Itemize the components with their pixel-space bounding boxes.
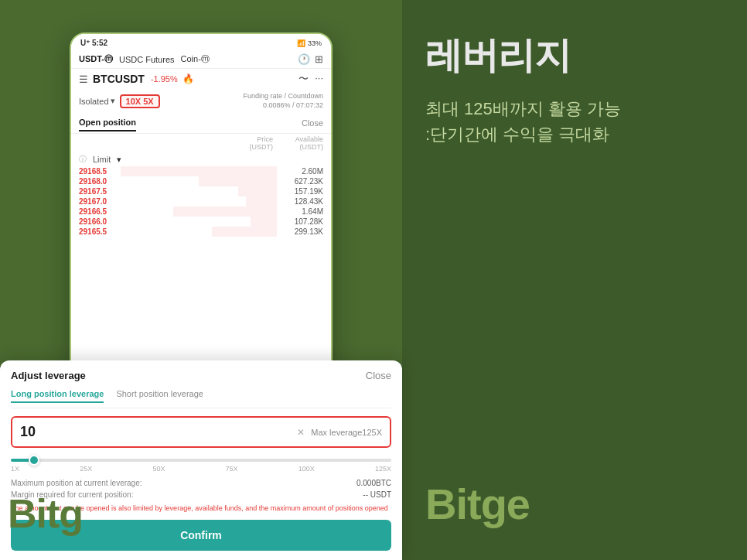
ob-row-ask-4: 29166.5 1.64M	[71, 207, 331, 217]
isolated-label: Isolated	[79, 97, 109, 106]
order-dropdown-icon[interactable]: ▾	[117, 155, 121, 165]
orderbook-asks: 29168.5 2.60M 29168.0 627.23K 29167.5 15…	[71, 166, 331, 370]
max-leverage-label: Max leverage125X	[311, 428, 333, 437]
pair-change: -1.95%	[151, 74, 178, 84]
ob-row-ask-0: 29168.5 2.60M	[71, 166, 331, 176]
modal-tabs: Long position leverage Short position le…	[70, 389, 333, 408]
ob-row-ask-2: 29167.5 157.19K	[71, 186, 331, 196]
status-bar: U⁺ 5:52 📶 33%	[71, 34, 331, 50]
avail-col-header: Available(USDT)	[281, 135, 323, 151]
slider-label-75x: 75X	[226, 465, 238, 473]
right-title: 레버리지	[425, 31, 571, 80]
price-header: Price(USDT) Available(USDT)	[71, 134, 331, 152]
tab-close[interactable]: Close	[302, 118, 323, 128]
right-panel: 레버리지 최대 125배까지 활용 가능 :단기간에 수익을 극대화 Bitge	[402, 0, 747, 560]
ob-row-ask-3: 29167.0 128.43K	[71, 196, 331, 207]
slider-labels: 1X 25X 50X 75X 100X 125X	[70, 465, 333, 473]
nav-coin[interactable]: Coin-ⓜ	[181, 53, 210, 65]
pair-name[interactable]: BTCUSDT	[93, 73, 145, 85]
order-type-label[interactable]: Limit	[93, 155, 111, 164]
ob-row-ask-5: 29166.0 107.28K	[71, 217, 331, 227]
status-time: U⁺ 5:52	[80, 39, 107, 47]
leverage-badge[interactable]: 10X 5X	[120, 94, 160, 108]
slider-label-100x: 100X	[298, 465, 315, 473]
leverage-slider[interactable]: 1X 25X 50X 75X 100X 125X	[70, 456, 333, 474]
left-logo: Bitg	[8, 490, 83, 537]
pair-actions: 〜 ···	[298, 72, 323, 86]
warning-text: The amount that can be opened is also li…	[70, 504, 333, 514]
left-panel: U⁺ 5:52 📶 33% USDT-ⓜ USDC Futures Coin-ⓜ…	[0, 0, 402, 560]
funding-info: Funding rate / Countdown 0.0086% / 07:07…	[243, 92, 323, 110]
tab-open[interactable]: Open position	[79, 114, 136, 131]
slider-track	[70, 459, 333, 462]
right-logo: Bitge	[425, 479, 530, 529]
dots-icon[interactable]: ···	[315, 72, 323, 86]
nav-usdt[interactable]: USDT-ⓜ	[79, 53, 113, 65]
leverage-input-value[interactable]: 10	[70, 424, 297, 440]
fire-icon: 🔥	[182, 73, 194, 84]
right-desc: 최대 125배까지 활용 가능 :단기간에 수익을 극대화	[425, 96, 621, 147]
desc-line2: :단기간에 수익을 극대화	[425, 121, 621, 147]
slider-label-25x: 25X	[80, 465, 92, 473]
ob-row-ask-6: 29165.5 299.13K	[71, 227, 331, 237]
tab-short-leverage[interactable]: Short position leverage	[116, 389, 203, 403]
signal-text: 33%	[308, 39, 322, 47]
leverage-input-box: 10 ✕ Max leverage125X	[70, 416, 333, 448]
order-type-row: ⓘ Limit ▾	[71, 152, 331, 166]
modal-header: Adjust leverage Close	[70, 370, 333, 381]
position-tabs: Open position Close	[71, 113, 331, 134]
funding-label: Funding rate / Countdown	[243, 92, 323, 101]
max-pos-label: Maximum position at current leverage:	[70, 479, 142, 487]
isolated-button[interactable]: Isolated ▾	[79, 96, 115, 106]
hamburger-icon[interactable]: ☰	[79, 73, 88, 85]
desc-line1: 최대 125배까지 활용 가능	[425, 96, 621, 121]
ob-row-ask-1: 29168.0 627.23K	[71, 176, 331, 186]
clock-icon[interactable]: 🕐	[298, 53, 310, 65]
leverage-row: Isolated ▾ 10X 5X Funding rate / Countdo…	[71, 89, 331, 113]
wifi-icon: 📶	[297, 39, 305, 47]
price-col-header: Price(USDT)	[230, 135, 273, 151]
modal-title: Adjust leverage	[70, 370, 86, 381]
info-row-0: Maximum position at current leverage: 0.…	[70, 477, 333, 489]
pair-header: ☰ BTCUSDT -1.95% 🔥 〜 ···	[71, 69, 331, 89]
grid-icon[interactable]: ⊞	[315, 53, 323, 65]
top-nav: USDT-ⓜ USDC Futures Coin-ⓜ 🕐 ⊞	[71, 50, 331, 69]
slider-label-50x: 50X	[152, 465, 165, 473]
isolated-dropdown-icon: ▾	[111, 96, 115, 106]
nav-icons: 🕐 ⊞	[298, 53, 323, 65]
confirm-button[interactable]: Confirm	[70, 520, 333, 528]
phone-mockup: U⁺ 5:52 📶 33% USDT-ⓜ USDC Futures Coin-ⓜ…	[70, 32, 333, 528]
status-icons: 📶 33%	[297, 39, 322, 47]
funding-value: 0.0086% / 07:07:32	[243, 101, 323, 111]
info-icon: ⓘ	[79, 154, 87, 165]
clear-icon[interactable]: ✕	[297, 427, 305, 438]
tab-long-leverage[interactable]: Long position leverage	[70, 389, 104, 403]
adjust-leverage-modal: Adjust leverage Close Long position leve…	[70, 360, 333, 528]
wave-icon[interactable]: 〜	[298, 72, 309, 86]
nav-usdc[interactable]: USDC Futures	[119, 55, 175, 64]
info-row-1: Margin required for current position: --…	[70, 489, 333, 500]
